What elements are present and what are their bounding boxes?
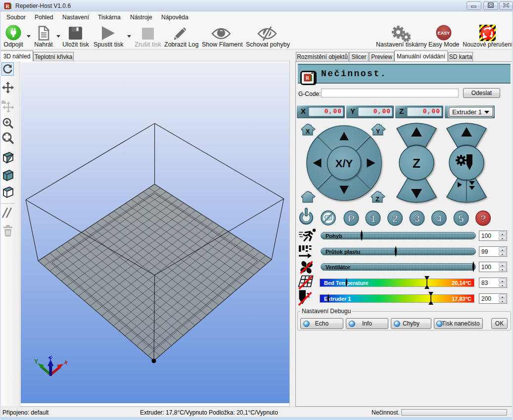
svg-text:?: ? (480, 213, 486, 224)
svg-text:X/Y: X/Y (335, 157, 353, 170)
svg-text:3: 3 (414, 213, 420, 224)
svg-text:R: R (306, 75, 310, 81)
svg-text:Y: Y (376, 128, 380, 135)
svg-text:X: X (306, 128, 310, 135)
svg-text:4: 4 (436, 213, 442, 224)
svg-text:EASY: EASY (438, 31, 450, 36)
svg-text:Y: Y (34, 358, 38, 365)
svg-text:R: R (5, 3, 9, 9)
svg-text:Z: Z (375, 195, 379, 203)
svg-text:P: P (348, 213, 355, 224)
svg-text:Z: Z (413, 156, 420, 171)
svg-text:2: 2 (392, 213, 398, 224)
svg-text:1: 1 (370, 213, 376, 224)
svg-text:5: 5 (458, 213, 464, 224)
